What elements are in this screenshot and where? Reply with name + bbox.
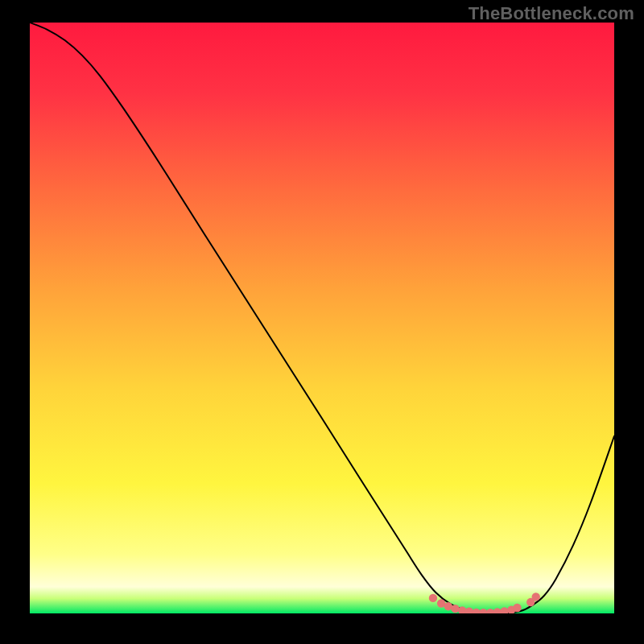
optimal-point	[513, 604, 521, 612]
chart-background	[30, 23, 614, 613]
watermark-text: TheBottleneck.com	[469, 3, 634, 24]
optimal-point	[532, 592, 540, 601]
optimal-point	[451, 605, 459, 613]
optimal-point	[429, 594, 437, 602]
chart-plot-area	[30, 23, 614, 613]
